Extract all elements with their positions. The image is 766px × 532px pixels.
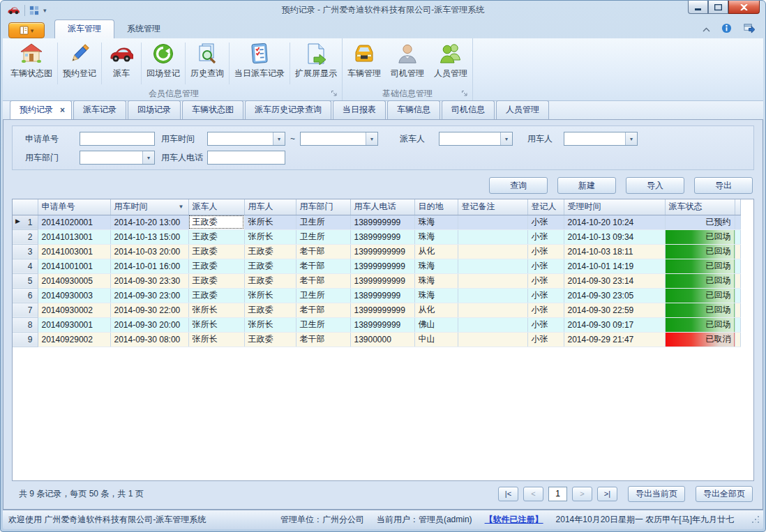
cell-register-note[interactable] bbox=[458, 332, 527, 347]
column-header-department[interactable]: 用车部门 bbox=[296, 199, 350, 215]
cell-car-user[interactable]: 张所长 bbox=[244, 229, 296, 244]
tab-dispatch-history-query[interactable]: 派车历史记录查询 bbox=[245, 100, 331, 119]
cell-accept-time[interactable]: 2014-10-03 18:11 bbox=[564, 244, 665, 259]
cell-user-phone[interactable]: 13900000 bbox=[350, 332, 414, 347]
import-button[interactable]: 导入 bbox=[626, 177, 684, 194]
close-button[interactable] bbox=[728, 1, 760, 14]
minimize-button[interactable] bbox=[688, 1, 708, 14]
cell-order-no[interactable]: 20141001001 bbox=[38, 259, 110, 273]
table-row[interactable]: 9 20140929002 2014-09-30 08:00 张所长 王政委 老… bbox=[13, 332, 740, 347]
cell-order-no[interactable]: 20141013001 bbox=[38, 229, 110, 244]
cell-car-user[interactable]: 王政委 bbox=[244, 259, 296, 273]
table-row[interactable]: 8 20140930001 2014-09-30 20:00 张所长 张所长 卫… bbox=[13, 317, 740, 332]
cell-use-time[interactable]: 2014-09-30 23:30 bbox=[110, 273, 188, 288]
cell-accept-time[interactable]: 2014-09-30 23:05 bbox=[564, 288, 665, 303]
vehicle-manage-button[interactable]: 车辆管理 bbox=[343, 40, 386, 87]
cell-order-no[interactable]: 20140930005 bbox=[38, 273, 110, 288]
license-status-link[interactable]: 【软件已注册】 bbox=[485, 514, 543, 526]
cell-register-note[interactable] bbox=[458, 229, 527, 244]
column-header-dispatcher[interactable]: 派车人 bbox=[188, 199, 244, 215]
cell-department[interactable]: 老干部 bbox=[296, 273, 350, 288]
column-header-registrar[interactable]: 登记人 bbox=[527, 199, 564, 215]
column-header-dispatch-status[interactable]: 派车状态 bbox=[665, 199, 735, 215]
cell-destination[interactable]: 中山 bbox=[414, 332, 458, 347]
cell-use-time[interactable]: 2014-10-01 16:00 bbox=[110, 259, 188, 273]
cell-department[interactable]: 卫生所 bbox=[296, 215, 350, 229]
cell-destination[interactable]: 珠海 bbox=[414, 259, 458, 273]
cell-department[interactable]: 老干部 bbox=[296, 332, 350, 347]
cell-user-phone[interactable]: 13999999999 bbox=[350, 244, 414, 259]
last-page-button[interactable]: >| bbox=[597, 487, 617, 501]
cell-order-no[interactable]: 20140930003 bbox=[38, 288, 110, 303]
cell-registrar[interactable]: 小张 bbox=[527, 273, 564, 288]
cell-department[interactable]: 老干部 bbox=[296, 259, 350, 273]
row-header-cell[interactable]: 4 bbox=[13, 259, 38, 273]
switch-window-icon[interactable] bbox=[743, 23, 755, 36]
prev-page-button[interactable]: < bbox=[523, 487, 543, 501]
cell-car-user[interactable]: 张所长 bbox=[244, 317, 296, 332]
cell-use-time[interactable]: 2014-10-03 20:00 bbox=[110, 244, 188, 259]
cell-registrar[interactable]: 小张 bbox=[527, 215, 564, 229]
return-register-button[interactable]: 回场登记 bbox=[142, 40, 185, 87]
cell-dispatcher[interactable]: 张所长 bbox=[188, 317, 244, 332]
app-menu-button[interactable]: ▾ bbox=[8, 22, 45, 38]
new-button[interactable]: 新建 bbox=[557, 177, 616, 194]
cell-dispatcher[interactable]: 王政委 bbox=[188, 259, 244, 273]
cell-order-no[interactable]: 20140930002 bbox=[38, 303, 110, 317]
cell-order-no[interactable]: 20141020001 bbox=[38, 215, 110, 229]
cell-user-phone[interactable]: 1389999999 bbox=[350, 229, 414, 244]
dialog-launcher-icon[interactable] bbox=[331, 90, 339, 98]
ribbon-tab-dispatch[interactable]: 派车管理 bbox=[54, 20, 114, 38]
cell-user-phone[interactable]: 13999999999 bbox=[350, 273, 414, 288]
cell-dispatch-status[interactable]: 已回场 bbox=[665, 303, 735, 317]
cell-dispatcher[interactable]: 王政委 bbox=[188, 288, 244, 303]
user-phone-input[interactable] bbox=[207, 151, 285, 165]
dispatcher-select[interactable]: ▾ bbox=[439, 132, 513, 146]
collapse-ribbon-icon[interactable] bbox=[703, 24, 710, 34]
tab-personnel-manage[interactable]: 人员管理 bbox=[496, 100, 549, 119]
table-row[interactable]: 2 20141013001 2014-10-13 15:00 王政委 张所长 卫… bbox=[13, 229, 740, 244]
row-header-cell[interactable]: 8 bbox=[13, 317, 38, 332]
dropdown-arrow-icon[interactable]: ▾ bbox=[500, 132, 512, 145]
dropdown-arrow-icon[interactable]: ▾ bbox=[273, 132, 285, 145]
cell-department[interactable]: 卫生所 bbox=[296, 317, 350, 332]
cell-registrar[interactable]: 小张 bbox=[527, 332, 564, 347]
export-all-pages-button[interactable]: 导出全部页 bbox=[696, 486, 753, 502]
car-user-select[interactable]: ▾ bbox=[564, 132, 638, 146]
row-header-cell[interactable]: 2 bbox=[13, 229, 38, 244]
cell-destination[interactable]: 珠海 bbox=[414, 273, 458, 288]
column-header-order-no[interactable]: 申请单号 bbox=[38, 199, 110, 215]
column-header-register-note[interactable]: 登记备注 bbox=[458, 199, 527, 215]
driver-manage-button[interactable]: 司机管理 bbox=[386, 40, 429, 87]
cell-destination[interactable]: 从化 bbox=[414, 303, 458, 317]
row-header-cell[interactable]: ▶1 bbox=[13, 215, 38, 229]
daily-dispatch-record-button[interactable]: 当日派车记录 bbox=[230, 40, 290, 87]
cell-register-note[interactable] bbox=[458, 303, 527, 317]
tab-dispatch-records[interactable]: 派车记录 bbox=[73, 100, 126, 119]
cell-destination[interactable]: 珠海 bbox=[414, 215, 458, 229]
cell-dispatcher[interactable]: 王政委 bbox=[188, 273, 244, 288]
cell-destination[interactable]: 佛山 bbox=[414, 317, 458, 332]
cell-dispatch-status[interactable]: 已取消 bbox=[665, 332, 735, 347]
dropdown-arrow-icon[interactable]: ▾ bbox=[625, 132, 637, 145]
row-header-cell[interactable]: 5 bbox=[13, 273, 38, 288]
quick-access-dropdown-icon[interactable]: ▾ bbox=[43, 7, 47, 14]
sort-descending-icon[interactable]: ▼ bbox=[179, 204, 184, 210]
cell-destination[interactable]: 珠海 bbox=[414, 288, 458, 303]
cell-use-time[interactable]: 2014-09-30 08:00 bbox=[110, 332, 188, 347]
cell-destination[interactable]: 珠海 bbox=[414, 229, 458, 244]
cell-register-note[interactable] bbox=[458, 215, 527, 229]
cell-order-no[interactable]: 20140930001 bbox=[38, 317, 110, 332]
cell-registrar[interactable]: 小张 bbox=[527, 288, 564, 303]
dialog-launcher-icon[interactable] bbox=[461, 90, 470, 98]
maximize-button[interactable] bbox=[708, 1, 728, 14]
row-header-cell[interactable]: 3 bbox=[13, 244, 38, 259]
cell-car-user[interactable]: 王政委 bbox=[244, 244, 296, 259]
help-icon[interactable] bbox=[721, 23, 732, 36]
row-header-cell[interactable]: 7 bbox=[13, 303, 38, 317]
cell-car-user[interactable]: 张所长 bbox=[244, 288, 296, 303]
cell-dispatch-status[interactable]: 已回场 bbox=[665, 244, 735, 259]
table-row[interactable]: ▶1 20141020001 2014-10-20 13:00 王政委 张所长 … bbox=[13, 215, 740, 229]
tab-reservation-records[interactable]: 预约记录 × bbox=[10, 100, 72, 119]
cell-dispatch-status[interactable]: 已回场 bbox=[665, 259, 735, 273]
